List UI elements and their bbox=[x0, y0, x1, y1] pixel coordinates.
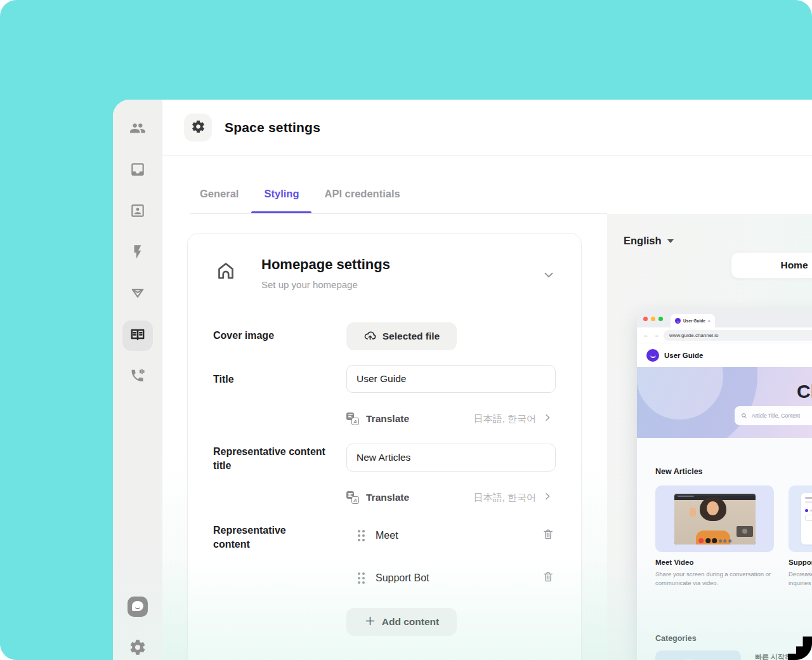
caret-down-icon bbox=[667, 239, 674, 243]
page-title: Space settings bbox=[225, 120, 320, 135]
language-label: English bbox=[624, 235, 662, 247]
selected-file-button[interactable]: Selected file bbox=[346, 322, 457, 350]
translate-icon: A bbox=[346, 412, 359, 425]
translate-row-title[interactable]: A Translate 日本語, 한국어 bbox=[346, 409, 553, 428]
screenshot-frame: Space settings General Styling API crede… bbox=[0, 0, 812, 660]
home-tab-label: Home bbox=[780, 260, 808, 271]
tab-api-credentials[interactable]: API credentials bbox=[311, 188, 412, 214]
site-name: User Guide bbox=[664, 352, 703, 359]
search-placeholder: Article Title, Content bbox=[752, 412, 800, 419]
main-area: Space settings General Styling API crede… bbox=[162, 100, 812, 660]
translate-row-rep-title[interactable]: A Translate 日本語, 한국어 bbox=[346, 488, 553, 507]
close-icon: × bbox=[708, 319, 710, 323]
trash-icon[interactable] bbox=[542, 571, 554, 586]
sidebar-item-guide[interactable] bbox=[122, 320, 153, 351]
sidebar-footer-settings[interactable] bbox=[113, 638, 162, 659]
add-content-label: Add content bbox=[382, 616, 439, 628]
guide-book-icon bbox=[129, 326, 146, 345]
url-text: www.guide.channel.io bbox=[664, 330, 812, 341]
search-icon bbox=[741, 410, 747, 421]
translate-label: Translate bbox=[366, 492, 409, 503]
article-card-meet-video bbox=[655, 485, 774, 552]
category-card bbox=[655, 650, 741, 660]
hero-swoosh-shape bbox=[637, 367, 757, 438]
article-description: Decrease inquiries bbox=[789, 570, 812, 588]
settings-gear-icon bbox=[129, 638, 147, 659]
article-title: Meet Video bbox=[655, 558, 694, 566]
article-title: Support Bot bbox=[789, 558, 812, 566]
home-preview-tab[interactable]: Home bbox=[731, 252, 812, 279]
browser-url-bar: ← → www.guide.channel.io bbox=[637, 327, 812, 343]
traffic-lights-icon bbox=[643, 310, 663, 327]
translate-languages: 日本語, 한국어 bbox=[474, 492, 536, 504]
article-description: Share your screen during a conversation … bbox=[655, 570, 778, 588]
language-dropdown[interactable]: English bbox=[624, 235, 674, 247]
tab-bar: General Styling API credentials bbox=[162, 156, 812, 214]
content-item-label: Meet bbox=[376, 530, 398, 541]
tab-general[interactable]: General bbox=[187, 188, 251, 214]
forward-icon: → bbox=[653, 332, 659, 338]
sidebar-footer-logo[interactable] bbox=[113, 597, 162, 617]
chevron-down-icon[interactable] bbox=[542, 268, 556, 284]
add-content-button[interactable]: Add content bbox=[346, 608, 457, 636]
channel-mini-logo-icon bbox=[675, 318, 681, 324]
page-header: Space settings bbox=[162, 100, 812, 156]
tab-styling[interactable]: Styling bbox=[251, 188, 311, 214]
translate-label: Translate bbox=[366, 413, 409, 425]
sidebar-item-inbox[interactable] bbox=[122, 155, 153, 186]
card-subtitle: Set up your homepage bbox=[261, 279, 358, 290]
title-label: Title bbox=[213, 373, 234, 386]
inbox-icon bbox=[129, 161, 146, 180]
home-icon bbox=[214, 259, 237, 284]
upload-cloud-icon bbox=[363, 329, 377, 345]
article-card-support-bot bbox=[789, 485, 812, 552]
chevron-right-icon bbox=[542, 491, 553, 504]
plus-icon bbox=[364, 615, 376, 630]
translate-icon: A bbox=[346, 491, 359, 504]
title-input[interactable] bbox=[346, 365, 556, 393]
site-search-bar: Article Title, Content bbox=[735, 406, 812, 425]
chat-widget-thumbnail bbox=[801, 493, 812, 544]
sidebar bbox=[113, 100, 162, 660]
rep-content-title-label: Representative content title bbox=[213, 445, 334, 473]
users-icon bbox=[129, 120, 146, 139]
trash-icon[interactable] bbox=[542, 528, 554, 543]
app-window: Space settings General Styling API crede… bbox=[113, 100, 812, 660]
content-item-meet: Meet bbox=[346, 526, 556, 545]
browser-chrome: User Guide × bbox=[637, 310, 812, 327]
gear-icon bbox=[191, 119, 206, 136]
site-logo-icon bbox=[646, 349, 659, 362]
translate-languages: 日本語, 한국어 bbox=[474, 413, 536, 425]
site-body: New Articles Meet Video bbox=[637, 438, 812, 660]
cover-image-label: Cover image bbox=[213, 329, 274, 343]
sidebar-item-contacts[interactable] bbox=[122, 197, 153, 227]
content-area: Homepage settings Set up your homepage C… bbox=[162, 214, 812, 660]
selected-file-label: Selected file bbox=[383, 331, 440, 342]
rep-content-title-input[interactable] bbox=[346, 444, 556, 472]
section-heading-categories: Categories bbox=[655, 634, 697, 643]
sidebar-nav bbox=[113, 100, 162, 392]
homepage-settings-card: Homepage settings Set up your homepage C… bbox=[187, 233, 582, 660]
contacts-icon bbox=[129, 202, 146, 221]
back-icon: ← bbox=[643, 332, 649, 338]
hero-title: Cha bbox=[797, 381, 812, 402]
card-title: Homepage settings bbox=[261, 256, 390, 273]
drag-handle-icon[interactable] bbox=[358, 530, 365, 541]
sidebar-item-automation[interactable] bbox=[122, 238, 153, 268]
section-heading-new-articles: New Articles bbox=[655, 467, 703, 476]
browser-tab: User Guide × bbox=[671, 314, 715, 327]
drag-handle-icon[interactable] bbox=[358, 572, 365, 584]
phone-call-icon bbox=[129, 367, 146, 386]
content-item-support-bot: Support Bot bbox=[346, 569, 556, 588]
preview-panel: English Home User Guide × bbox=[607, 214, 812, 660]
sidebar-item-users[interactable] bbox=[122, 114, 153, 145]
lightning-icon bbox=[129, 244, 146, 263]
channel-logo-icon bbox=[128, 597, 148, 617]
form-panel: Homepage settings Set up your homepage C… bbox=[162, 214, 607, 660]
video-call-thumbnail bbox=[674, 494, 756, 544]
sidebar-item-meet[interactable] bbox=[122, 362, 153, 392]
sidebar-item-campaign[interactable] bbox=[122, 279, 153, 310]
browser-preview: User Guide × ← → www.guide.channel.io Us… bbox=[637, 310, 812, 660]
site-header: User Guide bbox=[637, 343, 812, 367]
browser-tab-title: User Guide bbox=[683, 319, 705, 323]
